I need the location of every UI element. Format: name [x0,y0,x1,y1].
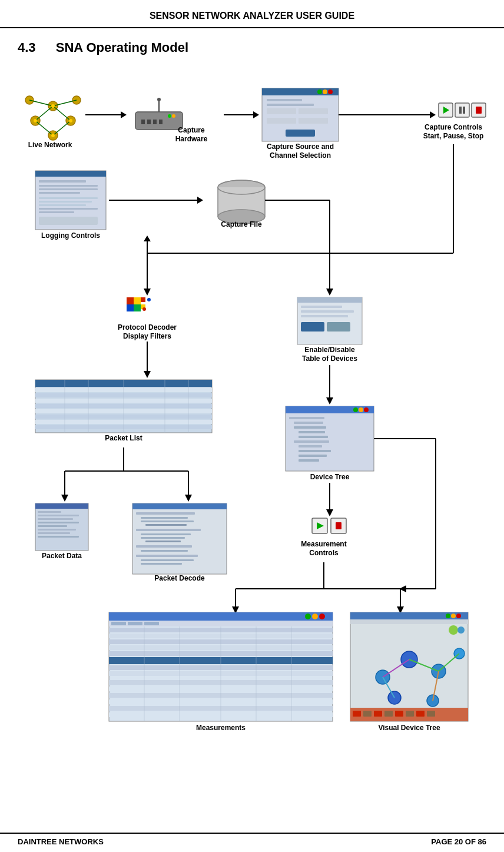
svg-rect-35 [299,118,328,124]
svg-rect-114 [38,525,67,527]
logging-controls-thumb [35,171,106,230]
svg-rect-40 [459,107,462,114]
svg-point-18 [157,98,161,101]
svg-rect-124 [136,529,201,531]
capture-controls-label-line2: Start, Pause, Stop [423,132,484,140]
logging-controls-label: Logging Controls [41,231,100,240]
svg-rect-138 [109,612,333,621]
svg-rect-107 [299,459,319,462]
visual-device-tree-label: Visual Device Tree [378,724,440,732]
svg-rect-120 [136,512,195,515]
svg-rect-126 [141,537,185,539]
enable-disable-label-line1: Enable/Disable [304,346,355,354]
device-tree-label: Device Tree [310,473,350,481]
svg-rect-187 [374,711,382,717]
svg-rect-53 [39,208,98,210]
svg-rect-186 [363,711,372,717]
svg-rect-129 [141,550,188,552]
arrow-cs-cc-head [430,111,436,118]
svg-point-140 [312,614,318,619]
svg-point-70 [147,298,151,301]
footer-right: PAGE 20 OF 86 [431,837,486,846]
arrow-pd-pl-head [144,371,151,378]
svg-point-28 [323,89,327,94]
svg-rect-145 [144,622,159,625]
svg-rect-41 [463,107,465,114]
svg-rect-113 [38,522,79,523]
svg-rect-106 [299,455,327,457]
protocol-decoder-icon [127,297,151,311]
svg-point-27 [328,89,333,94]
svg-rect-63 [127,297,134,304]
svg-rect-48 [39,188,98,190]
capture-controls-buttons[interactable] [439,103,486,117]
svg-rect-131 [141,559,194,561]
svg-rect-192 [427,711,435,717]
packet-list-thumb [35,380,212,433]
svg-rect-112 [38,518,73,520]
svg-rect-20 [147,120,151,124]
svg-rect-75 [301,315,348,317]
svg-rect-190 [406,711,414,717]
svg-point-23 [168,114,171,118]
svg-point-95 [364,407,369,412]
svg-rect-30 [267,99,302,101]
svg-rect-21 [153,120,157,124]
diagram-area: Live Network Capture Hardware [0,65,504,832]
svg-rect-191 [416,711,425,717]
measurement-controls-label-line2: Controls [309,549,339,557]
svg-rect-102 [299,436,328,438]
svg-line-7 [53,106,71,121]
svg-rect-51 [39,201,92,203]
svg-rect-54 [39,211,74,213]
page-header: SENSOR NETWORK ANALYZER USER GUIDE [0,0,504,28]
svg-point-141 [305,614,311,619]
page-footer: DAINTREE NETWORKS PAGE 20 OF 86 [0,833,504,846]
visual-device-tree-thumb [350,612,468,721]
svg-rect-111 [38,515,79,516]
svg-rect-34 [267,118,296,124]
svg-rect-143 [111,622,126,625]
capture-hardware-icon [135,98,183,130]
svg-rect-188 [384,711,393,717]
svg-rect-123 [145,524,187,526]
measurement-controls-buttons[interactable] [312,518,346,533]
svg-rect-73 [301,306,342,308]
capture-file-icon [218,180,265,224]
svg-rect-31 [267,104,314,106]
svg-rect-19 [141,120,145,124]
svg-point-97 [353,407,358,412]
svg-point-168 [451,614,456,618]
packet-data-label: Packet Data [42,552,82,560]
svg-rect-128 [136,545,192,548]
protocol-decoder-label-line2: Display Filters [123,332,171,340]
enable-disable-thumb [297,297,362,344]
svg-rect-39 [455,103,469,117]
svg-rect-71 [297,297,362,344]
svg-point-167 [456,614,461,618]
capture-hardware-label-line2: Hardware [175,135,208,143]
svg-rect-46 [39,180,86,183]
arrow-dt-mc-head [326,509,333,516]
svg-rect-100 [294,426,326,429]
svg-rect-105 [299,450,331,452]
main-diagram: Live Network Capture Hardware [18,71,486,824]
svg-rect-74 [301,310,354,313]
capture-file-label: Capture File [221,220,262,228]
capture-source-thumb [262,88,339,141]
capture-source-label-line2: Channel Selection [270,151,331,160]
svg-rect-49 [39,192,80,194]
packet-decode-label: Packet Decode [154,574,205,582]
svg-rect-109 [35,503,88,509]
measurement-controls-label-line1: Measurement [301,540,346,548]
capture-hardware-label-line1: Capture [178,126,205,134]
svg-rect-50 [39,197,98,199]
svg-rect-43 [476,107,482,114]
measurements-label: Measurements [196,724,246,732]
svg-rect-32 [267,108,296,114]
svg-point-69 [142,307,146,311]
svg-rect-115 [38,529,76,531]
svg-rect-121 [141,517,188,519]
svg-rect-66 [134,304,141,311]
packet-data-thumb [35,503,88,551]
